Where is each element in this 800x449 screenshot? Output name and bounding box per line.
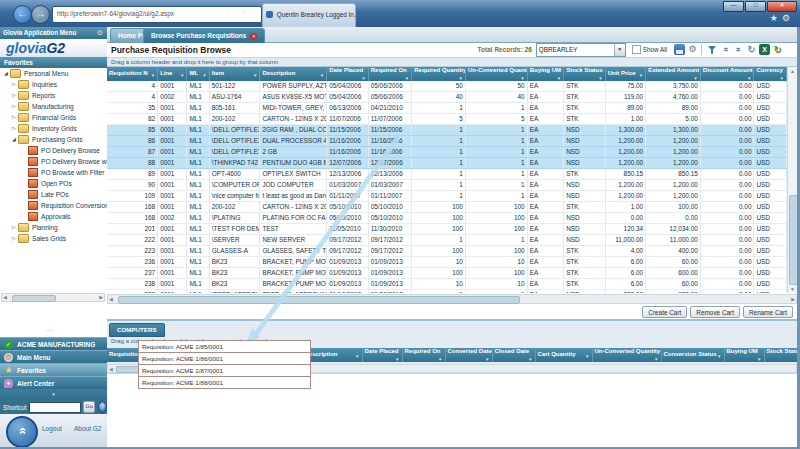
table-row[interactable]: 1090001ML1\nice computer for rt least as… (107, 191, 787, 202)
expand-arrow-icon[interactable]: ▷ (10, 101, 18, 112)
column-header-stock-status[interactable]: Stock Status▼ (764, 348, 797, 362)
table-row[interactable]: 2380001ML1BK23BRACKET, PUMP MOUNTI01/09/… (107, 279, 787, 290)
scroll-left-icon[interactable]: ◀ (109, 296, 113, 303)
create-cart-button[interactable]: Create Cart (642, 306, 687, 318)
table-row[interactable]: 820001ML1200-102CARTON - 12INS X 20INS11… (107, 114, 787, 125)
table-row[interactable]: 870001ML1\DELL OPTIFLEX2 GB11/16/200611/… (107, 147, 787, 158)
tree-item-personal-menu[interactable]: ◢Personal Menu (0, 68, 107, 79)
column-header-buying-um[interactable]: Buying UM▼ (527, 67, 563, 81)
rename-cart-button[interactable]: Rename Cart (743, 306, 793, 318)
filter-icon[interactable]: ▼ (151, 73, 155, 78)
grid-horizontal-scrollbar[interactable]: ◀ ▶ (107, 294, 797, 304)
column-header-line[interactable]: Line▼ (158, 67, 187, 81)
tree-item-inventory-grids[interactable]: ▷Inventory Grids (0, 123, 107, 134)
table-row[interactable]: 40002ML1ASU-1764ASUS KV8SE-X5 MOTHER05/0… (107, 92, 787, 103)
table-row[interactable]: 2220001ML1\SERVERNEW SERVER09/17/201209/… (107, 235, 787, 246)
table-row[interactable]: 350001ML1805-161MIDI-TOWER, GREY, W/O06/… (107, 103, 787, 114)
collapse-arrow-icon[interactable]: ◢ (2, 68, 10, 79)
forward-button[interactable]: → (31, 5, 50, 24)
expand-arrow-icon[interactable]: ▷ (10, 222, 18, 233)
column-header-stock-status[interactable]: Stock Status▼ (564, 67, 606, 81)
go-button[interactable]: Go (83, 401, 94, 413)
table-row[interactable]: 2390001ML1\TEST_APPROVALTEST_PR_APPROVAL… (107, 290, 787, 294)
column-header-converted-date[interactable]: Converted Date▼ (445, 348, 492, 362)
filter-icon[interactable]: ▼ (180, 73, 184, 78)
about-link[interactable]: About G2 (74, 425, 101, 432)
column-header-item[interactable]: Item▼ (209, 67, 260, 81)
column-header-ml[interactable]: ML▼ (187, 67, 209, 81)
column-header-required-quantity[interactable]: Required Quantity▼ (412, 67, 466, 81)
grid-vertical-scrollbar[interactable]: ▲ ▼ (787, 67, 797, 293)
show-all-checkbox[interactable] (632, 45, 641, 54)
table-row[interactable]: 40001ML1501-122POWER SUPPLY, AZTEC 405/0… (107, 81, 787, 92)
column-header-date-placed[interactable]: Date Placed▼ (327, 67, 369, 81)
column-header-extended-amount[interactable]: Extended Amount▼ (646, 67, 701, 81)
scroll-down-icon[interactable]: ▼ (788, 286, 797, 292)
sidebar-item-main-menu[interactable]: ⚙Main Menu (0, 350, 107, 363)
filter-icon[interactable]: ▼ (361, 76, 365, 81)
collapse-panel-button[interactable]: » (6, 416, 38, 448)
remove-cart-button[interactable]: Remove Cart (690, 306, 740, 318)
scroll-thumb[interactable] (118, 296, 520, 304)
filter-icon[interactable]: ▼ (320, 73, 324, 78)
menu-collapse-strip[interactable]: ▾ (0, 389, 107, 400)
tree-item-manufacturing[interactable]: ▷Manufacturing (0, 101, 107, 112)
save-icon[interactable] (674, 44, 685, 55)
column-header-unit-price[interactable]: Unit Price▼ (605, 67, 646, 81)
refresh-icon[interactable]: ↻ (746, 44, 757, 55)
filter-icon[interactable]: ▼ (253, 73, 257, 78)
column-header-description[interactable]: Description▼ (302, 348, 362, 362)
tree-item-open-pos[interactable]: Open POs (0, 178, 107, 189)
tree-item-reports[interactable]: ▷Reports (0, 90, 107, 101)
table-row[interactable]: 1680002ML1\PLATINGPLATING FOR OC FAIR JO… (107, 213, 787, 224)
expand-arrow-icon[interactable]: ▷ (10, 90, 18, 101)
sidebar-item-alert-center[interactable]: ●Alert Center (0, 376, 107, 389)
filter-icon[interactable]: ▼ (585, 354, 589, 359)
table-row[interactable]: 850001ML1\DELL OPTIFLEX CO2GIG RAM , DUA… (107, 125, 787, 136)
minimize-button[interactable]: — (723, 1, 744, 12)
tree-item-late-pos[interactable]: Late POs (0, 189, 107, 200)
filter-icon[interactable]: ▼ (405, 76, 409, 81)
column-header-description[interactable]: Description▼ (260, 67, 327, 81)
close-button[interactable]: ✕ (767, 1, 797, 12)
logout-link[interactable]: Logout (42, 425, 62, 432)
table-row[interactable]: 860001ML1\DELL OPTIFLEXDUAL PROCESSOR 4G… (107, 136, 787, 147)
column-header-date-placed[interactable]: Date Placed▼ (362, 348, 402, 362)
tree-item-financial-grids[interactable]: ▷Financial Grids (0, 112, 107, 123)
sidebar-item-acme-manufacturing[interactable]: ✓ACME MANUFACTURING (0, 337, 107, 350)
scroll-thumb[interactable] (12, 295, 56, 302)
splitter-grip[interactable]: ⋯ (46, 327, 54, 335)
column-header-required-on[interactable]: Required On▼ (402, 348, 445, 362)
tree-item-requisition-conversions[interactable]: Requisition Conversions (0, 200, 107, 211)
scroll-up-icon[interactable]: ▲ (788, 68, 797, 74)
column-header-cart-quantity[interactable]: Cart Quantity▼ (535, 348, 592, 362)
favorites-star-icon[interactable]: ★ (770, 13, 782, 23)
cart-dropdown[interactable]: QBREARLEY ▼ (536, 43, 626, 57)
filter-icon[interactable]: ▼ (757, 357, 761, 362)
scroll-left-icon[interactable]: ◀ (3, 294, 7, 301)
table-row[interactable]: 2360001ML1BK23BRACKET, PUMP MOUNTI01/09/… (107, 257, 787, 268)
table-row[interactable]: 2370001ML1BK23BRACKET, PUMP MOUNTI01/09/… (107, 268, 787, 279)
column-header-un-converted-quantity[interactable]: Un-Converted Quantity▼ (592, 348, 661, 362)
filter-icon[interactable]: ▼ (528, 357, 532, 362)
filter-icon[interactable]: ▼ (717, 354, 721, 359)
tree-item-po-delivery-browse-with-f[interactable]: PO Delivery Browse with F (0, 156, 107, 167)
tree-horizontal-scrollbar[interactable]: ◀ ▶ (1, 293, 105, 302)
filter-icon[interactable]: ▼ (557, 76, 561, 81)
cart-tab-computers[interactable]: COMPUTERS (109, 323, 165, 337)
tree-item-po-browse-with-filter[interactable]: PO Browse with Filter (0, 167, 107, 178)
search-icon[interactable]: ⌕ (226, 8, 233, 15)
column-header-discount-amount[interactable]: Discount Amount▼ (700, 67, 754, 81)
table-row[interactable]: 880001ML1\THINKPAD T42PENTIUM DUO 4GB ME… (107, 158, 787, 169)
column-header-currency[interactable]: Currency▼ (754, 67, 787, 81)
collapse-arrow-icon[interactable]: ◢ (10, 134, 18, 145)
table-row[interactable]: 890001ML1OPT-4600OPTIPLEX SWITCH12/13/20… (107, 169, 787, 180)
table-row[interactable]: 900001ML1\COMPUTER OPTIMAJOD COMPUTER01/… (107, 180, 787, 191)
scroll-right-icon[interactable]: ▶ (99, 294, 103, 301)
tree-item-planning[interactable]: ▷Planning (0, 222, 107, 233)
tree-item-inquiries[interactable]: ▷Inquiries (0, 79, 107, 90)
filter-icon[interactable]: ▼ (598, 76, 602, 81)
filter-icon[interactable]: ▼ (438, 357, 442, 362)
refresh-icon[interactable]: ↻ (233, 8, 242, 15)
table-row[interactable]: 2010001ML1\TEST FOR DEMTEST11/05/201011/… (107, 224, 787, 235)
